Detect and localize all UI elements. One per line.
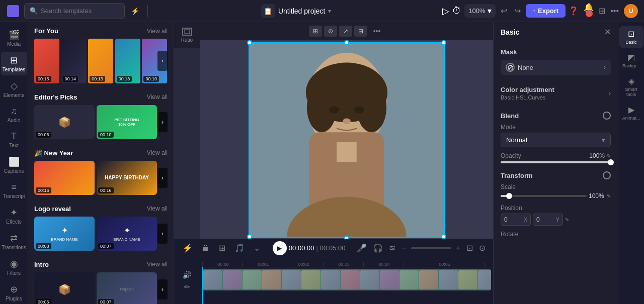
color-adj-row[interactable]: Color adjustment Basic,HSL,Curves › <box>501 83 611 104</box>
position-edit-icon[interactable]: ✎ <box>565 217 569 223</box>
tl-audio-button[interactable]: 🎵 <box>232 242 247 254</box>
export-button[interactable]: ↑ Export <box>526 4 566 18</box>
tl-mic-button[interactable]: 🎤 <box>355 242 368 254</box>
blend-toggle[interactable] <box>603 112 611 120</box>
resize-handle-tm[interactable] <box>344 40 349 45</box>
tl-equalizer-button[interactable]: ≋ <box>387 242 397 254</box>
timeline-clip[interactable] <box>202 269 491 290</box>
logo-next-arrow[interactable]: › <box>157 224 168 244</box>
filter-button[interactable]: ⚡ <box>129 5 141 17</box>
more-tools-button[interactable]: ••• <box>369 25 385 37</box>
undo-button[interactable]: ↩ <box>499 4 509 18</box>
help-icon[interactable]: ❓ <box>569 6 579 16</box>
grid-icon[interactable]: ⊞ <box>599 6 605 16</box>
project-dropdown-icon[interactable]: ▾ <box>328 8 331 15</box>
sidebar-item-captions[interactable]: ⬜ Captions <box>1 153 27 177</box>
tl-more-button[interactable]: ⌄ <box>251 242 263 254</box>
crop-tool-button[interactable]: ⊞ <box>309 26 322 37</box>
sidebar-item-filters[interactable]: ◉ Filters <box>1 255 27 279</box>
scale-slider[interactable] <box>501 195 587 197</box>
new-year-thumb[interactable]: HAPPY BIRTHDAY 00:16 <box>97 161 157 195</box>
opacity-slider[interactable] <box>501 161 611 163</box>
tl-zoom-slider[interactable] <box>411 247 451 249</box>
play-button-top[interactable]: ▷ <box>442 6 449 17</box>
new-year-thumb[interactable]: 00:16 <box>34 161 95 195</box>
new-year-view-all[interactable]: View all <box>147 149 168 156</box>
editors-pick-thumb[interactable]: 📦 00:06 <box>34 105 95 139</box>
canvas-viewport[interactable] <box>200 40 493 239</box>
strip-item-smart[interactable]: ◈ Smart tools <box>619 73 643 100</box>
tl-audio-wave-button[interactable]: 🎧 <box>371 242 384 254</box>
sidebar-item-media[interactable]: 🎬 Media <box>1 26 27 50</box>
editors-pick-thumb[interactable]: PET SITTING30% OFF 00:10 <box>97 105 157 139</box>
logo-thumb[interactable]: ✦ BRAND NAME 00:07 <box>97 217 157 251</box>
tl-fullscreen-button[interactable]: ⊡ <box>465 242 474 254</box>
sidebar-item-plugins[interactable]: ⊕ Plugins <box>1 281 27 304</box>
resize-handle-tl[interactable] <box>247 40 252 45</box>
sidebar-item-effects[interactable]: ✦ Effects <box>1 204 27 228</box>
sidebar-item-text[interactable]: T Text <box>1 128 27 151</box>
intro-next-arrow[interactable]: › <box>157 279 168 299</box>
panel-close-button[interactable]: ✕ <box>604 27 611 37</box>
mask-row[interactable]: ⊘ None › <box>501 60 611 75</box>
sidebar-item-elements[interactable]: ◇ Elements <box>1 77 27 101</box>
play-button-timeline[interactable]: ▶ <box>273 241 287 255</box>
color-adj-arrow-icon: › <box>609 90 611 97</box>
blend-mode-select[interactable]: Normal ▾ <box>501 133 611 147</box>
search-bar[interactable]: 🔍 <box>24 3 125 19</box>
transform-toggle[interactable] <box>603 171 611 179</box>
opacity-edit-icon[interactable]: ✎ <box>607 153 611 159</box>
intro-view-all[interactable]: View all <box>147 261 168 268</box>
strip-item-animate[interactable]: ▶ Animat... <box>619 102 643 124</box>
intro-thumb[interactable]: 📦 00:06 <box>34 272 95 304</box>
tl-zoom-in-button[interactable]: + <box>454 242 462 254</box>
strip-item-background[interactable]: ◩ Backgr... <box>619 50 643 71</box>
tl-split-button[interactable]: ⚡ <box>180 242 195 254</box>
user-avatar[interactable]: U <box>624 4 638 18</box>
resize-handle-tr[interactable] <box>441 40 446 45</box>
tl-edit-button[interactable]: ✏ <box>184 283 190 291</box>
redo-button[interactable]: ↪ <box>512 4 523 18</box>
template-thumb[interactable]: 00:15 <box>34 39 59 83</box>
pos-y-input[interactable]: 0 Y <box>533 214 563 226</box>
rotate-tool-button[interactable]: ↗ <box>339 26 352 37</box>
resize-handle-br[interactable] <box>441 234 446 239</box>
sidebar-item-transcript[interactable]: ≡ Transcript <box>1 179 27 202</box>
search-input[interactable] <box>41 7 111 15</box>
sidebar-item-templates[interactable]: ⊞ Templates <box>1 52 27 75</box>
tl-settings-button[interactable]: ⊙ <box>477 242 487 254</box>
tl-copy-button[interactable]: ⊞ <box>216 242 228 254</box>
sidebar-item-audio[interactable]: ♫ Audio <box>1 103 27 126</box>
flip-tool-button[interactable]: ⊙ <box>324 26 337 37</box>
svg-rect-0 <box>183 28 192 35</box>
pos-x-input[interactable]: 0 X <box>501 214 531 226</box>
for-you-next-arrow[interactable]: › <box>157 51 168 71</box>
logo-reveal-view-all[interactable]: View all <box>147 205 168 212</box>
for-you-view-all[interactable]: View all <box>147 28 168 35</box>
template-thumb[interactable]: 00:13 <box>88 39 113 83</box>
resize-handle-bm[interactable] <box>344 236 349 239</box>
template-thumb[interactable]: 00:13 <box>115 39 140 83</box>
more-options-icon[interactable]: ••• <box>610 7 619 16</box>
mask-tool-button[interactable]: ⊟ <box>354 26 367 37</box>
tl-mute-button[interactable]: 🔊 <box>183 271 191 279</box>
template-thumb[interactable]: 00:14 <box>61 39 87 83</box>
resize-handle-bl[interactable] <box>247 234 252 239</box>
opacity-slider-thumb[interactable] <box>608 159 614 165</box>
scale-edit-icon[interactable]: ✎ <box>607 193 611 199</box>
tl-delete-button[interactable]: 🗑 <box>199 242 212 254</box>
editors-picks-view-all[interactable]: View all <box>147 93 168 100</box>
intro-thumb[interactable]: CopCut 00:07 <box>97 272 157 304</box>
ratio-button[interactable]: Ratio <box>174 22 200 48</box>
tl-zoom-out-button[interactable]: − <box>400 242 408 254</box>
timer-button[interactable]: ⏱ <box>452 6 461 16</box>
zoom-control[interactable]: 100% ▾ <box>464 4 495 18</box>
notifications-icon[interactable]: 🔔 2 <box>584 3 594 19</box>
scale-thumb[interactable] <box>506 193 512 199</box>
editors-picks-next-arrow[interactable]: › <box>157 112 168 132</box>
playhead[interactable] <box>202 267 203 304</box>
logo-thumb[interactable]: ✦ BRAND NAME 00:08 <box>34 217 95 251</box>
sidebar-item-transitions[interactable]: ⇄ Transitions <box>1 230 27 253</box>
new-year-next-arrow[interactable]: › <box>157 168 168 188</box>
strip-item-basic[interactable]: ⊡ Basic <box>619 26 643 48</box>
